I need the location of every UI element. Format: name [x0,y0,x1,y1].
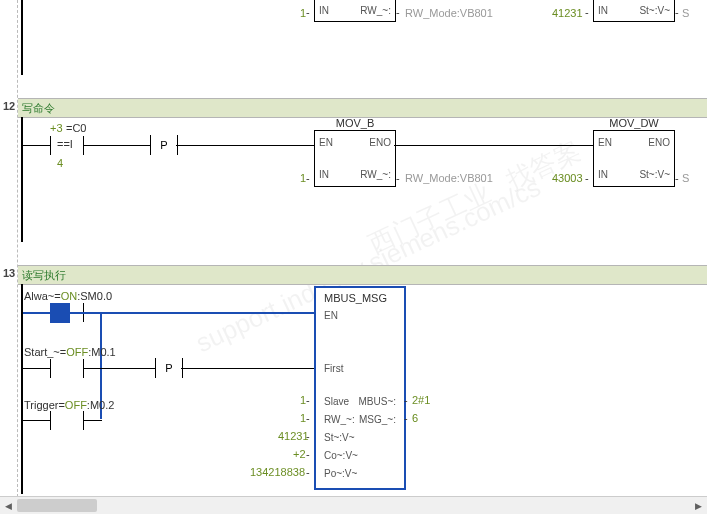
wire [394,145,593,146]
po-val: 134218838 [250,466,305,478]
pulse-p-12[interactable]: P [150,135,178,155]
wire [83,145,150,146]
dash: - [306,448,310,460]
alwa-label: Alwa~= [24,290,61,302]
start-label: Start_~= [24,346,66,358]
rw-mode-12: RW_Mode:VB801 [405,172,493,184]
compare-eqi[interactable]: ==I [57,138,73,150]
pin-slave: Slave [324,396,349,407]
trigger-label: Trigger= [24,399,65,411]
dash: - [396,6,400,18]
pin-en: EN [319,137,333,148]
dash: - [306,412,310,424]
scroll-thumb[interactable] [17,499,97,512]
p-label: P [160,139,167,151]
pin-in: IN [319,169,329,180]
wire [23,420,50,421]
dash: - [396,172,400,184]
scroll-left-arrow[interactable]: ◀ [0,497,17,514]
pin-rw: RW_~: [324,414,355,425]
four: 4 [57,157,63,169]
scroll-track[interactable] [17,497,690,514]
pin-en: EN [598,137,612,148]
power-rail-13 [21,284,23,494]
off1-value: OFF [66,346,88,358]
mov-b-title: MOV_B [315,117,395,129]
pin-mbus: MBUS~: [358,396,396,407]
pin-rw: RW_~: [360,169,391,180]
dash: - [404,394,408,406]
pin-eno: ENO [369,137,391,148]
wire [83,368,155,369]
wire [83,420,102,421]
pin-en: EN [324,310,338,321]
p-label: P [165,362,172,374]
ladder-canvas[interactable]: support.industry.siemens.com/cs 西门子工业 找答… [0,0,707,497]
on-value: ON [61,290,78,302]
wire [181,368,314,369]
co-val: +2 [293,448,306,460]
dash: - [585,172,589,184]
dash: - [306,466,310,478]
contact-energized[interactable] [50,303,70,323]
blue-wire [70,312,314,314]
plus3: +3 [50,122,63,134]
mbus-title: MBUS_MSG [324,292,387,304]
dash: - [404,412,408,424]
pin-msg: MSG_~: [359,414,396,425]
network-number-13: 13 [0,267,18,279]
power-rail [21,0,23,75]
contact-left [50,136,51,155]
pin-st: St~:V~ [639,169,670,180]
pin-eno: ENO [648,137,670,148]
mov-dw-title: MOV_DW [594,117,674,129]
mov-b-box-fragment[interactable]: IN RW_~: [314,0,396,22]
pulse-p-13[interactable]: P [155,358,183,378]
dash: - [675,6,679,18]
network-header-12[interactable]: 写命令 [18,98,707,118]
wire [23,145,50,146]
addr-43003: 43003 [552,172,583,184]
pin-st: St~:V~ [324,432,355,443]
network-header-13[interactable]: 读写执行 [18,265,707,285]
watermark: 西门子工业 找答案 [363,133,586,262]
off2-value: OFF [65,399,87,411]
power-rail-12 [21,117,23,242]
network-title-12: 写命令 [22,101,55,116]
sm-addr: :SM0.0 [77,290,112,302]
mov-dw-box-fragment[interactable]: IN St~:V~ [593,0,675,22]
contact-left [50,359,51,378]
mbus-msg-box[interactable]: MBUS_MSG EN First Slave MBUS~: RW_~: MSG… [314,286,406,490]
st-val: 41231 [278,430,309,442]
m02-addr: :M0.2 [87,399,115,411]
s-suffix-12: S [682,172,689,184]
blue-wire [23,312,50,314]
pin-in: IN [319,5,329,16]
pin-in: IN [598,169,608,180]
s-suffix: S [682,7,689,19]
c0: =C0 [66,122,87,134]
m01-addr: :M0.1 [88,346,116,358]
addr-41231: 41231 [552,7,583,19]
mov-b-box-12[interactable]: MOV_B EN ENO IN RW_~: [314,130,396,187]
dash: - [306,394,310,406]
dash: - [306,430,310,442]
scroll-right-arrow[interactable]: ▶ [690,497,707,514]
dash: - [585,6,589,18]
pin-st: St~:V~ [639,5,670,16]
wire [23,368,50,369]
column-divider [17,0,18,497]
contact-left [50,411,51,430]
rw-mode-value: RW_Mode:VB801 [405,7,493,19]
pin-co: Co~:V~ [324,450,358,461]
pin-in: IN [598,5,608,16]
wire [176,145,314,146]
dash: - [306,172,310,184]
network-title-13: 读写执行 [22,268,66,283]
dash: - [306,6,310,18]
ladder-editor-viewport: support.industry.siemens.com/cs 西门子工业 找答… [0,0,707,514]
horizontal-scrollbar[interactable]: ◀ ▶ [0,496,707,514]
mov-dw-box-12[interactable]: MOV_DW EN ENO IN St~:V~ [593,130,675,187]
pin-rw: RW_~: [360,5,391,16]
dash: - [675,172,679,184]
